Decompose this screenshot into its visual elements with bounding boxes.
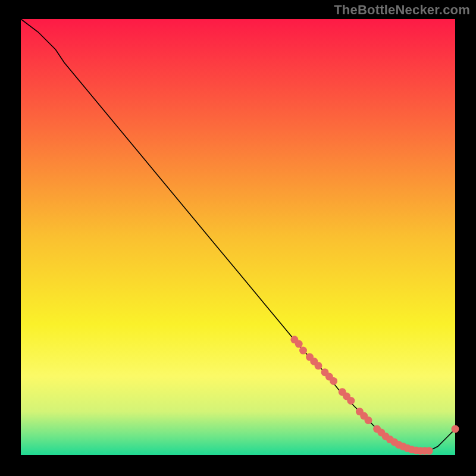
chart-frame: TheBottleNecker.com — [0, 0, 476, 476]
data-point — [315, 362, 322, 369]
data-point — [347, 397, 355, 405]
data-point — [330, 377, 337, 385]
data-point — [299, 347, 307, 355]
data-point — [295, 340, 303, 348]
data-point — [365, 416, 372, 424]
plot-background — [21, 19, 455, 455]
watermark-text: TheBottleNecker.com — [334, 2, 470, 18]
bottleneck-chart — [0, 0, 476, 476]
data-point — [452, 425, 459, 433]
data-point — [425, 447, 433, 455]
